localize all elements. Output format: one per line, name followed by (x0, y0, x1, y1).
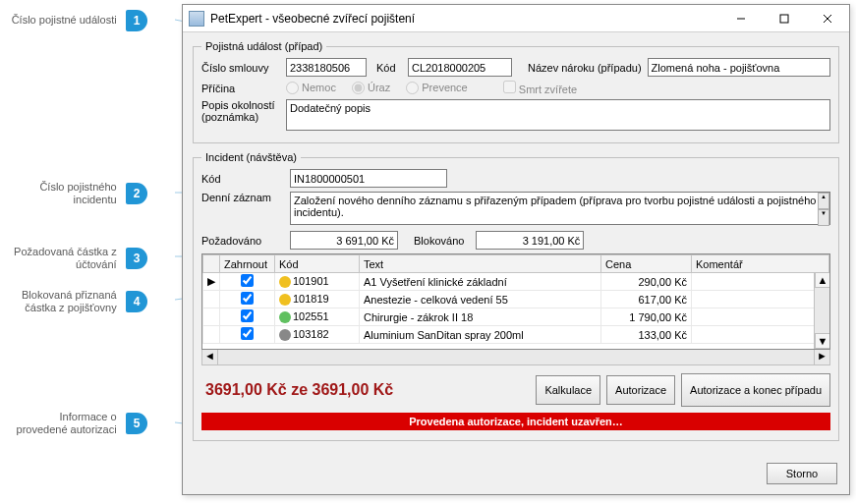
item-price: 133,00 Kč (601, 326, 692, 344)
incident-legend: Incident (návštěva) (201, 151, 301, 163)
item-text: Aluminium SanDitan spray 200ml (360, 326, 601, 344)
row-indicator (203, 308, 220, 326)
item-comment (692, 326, 829, 344)
item-price: 290,00 Kč (601, 273, 692, 291)
status-bar: Provedena autorizace, incident uzavřen… (201, 413, 830, 430)
callout-1-text: Číslo pojistné události (12, 14, 117, 26)
cause-illness[interactable]: Nemoc (286, 82, 336, 95)
desc-textarea[interactable]: Dodatečný popis (286, 99, 830, 131)
window-title: PetExpert - všeobecné zvířecí pojištení (210, 12, 719, 26)
titlebar[interactable]: PetExpert - všeobecné zvířecí pojištení (183, 5, 849, 32)
incident-group: Incident (návštěva) Kód Denní záznam Zal… (193, 151, 839, 441)
item-comment (692, 273, 829, 291)
auth-button[interactable]: Autorizace (606, 375, 675, 405)
row-indicator: ▶ (203, 273, 220, 291)
callout-5: Informace o provedené autorizaci 5 (0, 411, 147, 436)
callout-3-text: Požadovaná částka z účtování (9, 246, 117, 271)
callout-5-num: 5 (126, 413, 147, 434)
callout-2-num: 2 (126, 183, 147, 204)
calc-button[interactable]: Kalkulace (536, 375, 600, 405)
callout-5-text: Informace o provedené autorizaci (9, 411, 117, 436)
item-code: 101819 (293, 293, 329, 305)
summary-amount: 3691,00 Kč ze 3691,00 Kč (201, 381, 530, 399)
include-checkbox[interactable] (241, 292, 254, 305)
daily-scroll[interactable]: ▲▼ (818, 193, 829, 226)
callout-1: Číslo pojistné události 1 (0, 10, 147, 31)
death-checkbox[interactable]: Smrt zvířete (503, 81, 577, 95)
svg-rect-6 (780, 15, 788, 23)
item-icon (279, 276, 291, 288)
item-price: 1 790,00 Kč (601, 308, 692, 326)
app-icon (189, 11, 204, 27)
scroll-right[interactable]: ► (814, 350, 829, 364)
item-icon (279, 311, 291, 323)
blocked-label: Blokováno (414, 235, 464, 247)
item-icon (279, 329, 291, 341)
table-row[interactable]: 101819Anestezie - celková vedení 55617,0… (203, 291, 829, 308)
row-indicator (203, 326, 220, 344)
app-window: PetExpert - všeobecné zvířecí pojištení … (182, 4, 850, 495)
include-checkbox[interactable] (241, 327, 254, 340)
contract-input[interactable] (286, 58, 367, 77)
cause-injury[interactable]: Úraz (352, 82, 390, 95)
item-price: 617,00 Kč (601, 291, 692, 308)
callout-3-num: 3 (126, 248, 147, 269)
items-table-wrap: Zahrnout Kód Text Cena Komentář ▶101901A… (201, 253, 830, 350)
item-comment (692, 308, 829, 326)
table-row[interactable]: 103182Aluminium SanDitan spray 200ml133,… (203, 326, 829, 344)
case-code-label: Kód (376, 62, 402, 74)
callout-4: Blokovaná přiznaná částka z pojišťovny 4 (0, 289, 147, 314)
item-comment (692, 291, 829, 308)
callout-1-num: 1 (126, 10, 147, 31)
v-scrollbar[interactable]: ▲▼ (814, 272, 829, 349)
col-comment[interactable]: Komentář (692, 255, 829, 273)
daily-textarea[interactable]: Založení nového denního záznamu s přiřaz… (290, 192, 830, 225)
blocked-input[interactable] (476, 231, 584, 250)
desc-label: Popis okolností (poznámka) (201, 99, 280, 123)
item-code: 101901 (293, 275, 329, 287)
include-checkbox[interactable] (241, 309, 254, 322)
contract-label: Číslo smlouvy (201, 62, 280, 74)
item-code: 103182 (293, 328, 329, 340)
case-group: Pojistná událost (případ) Číslo smlouvy … (193, 40, 839, 143)
col-price[interactable]: Cena (601, 255, 692, 273)
item-icon (279, 294, 291, 306)
row-indicator (203, 291, 220, 308)
item-text: Chirurgie - zákrok II 18 (360, 308, 601, 326)
requested-input[interactable] (290, 231, 398, 250)
maximize-button[interactable] (763, 5, 806, 32)
item-text: Anestezie - celková vedení 55 (360, 291, 601, 308)
cause-prevention[interactable]: Prevence (406, 82, 468, 95)
cause-label: Příčina (201, 83, 280, 94)
callout-4-num: 4 (126, 291, 147, 312)
minimize-button[interactable] (719, 5, 763, 32)
close-button[interactable] (806, 5, 849, 32)
col-text[interactable]: Text (360, 255, 601, 273)
incident-code-input[interactable] (290, 169, 447, 188)
item-code: 102551 (293, 310, 329, 322)
claim-label: Název nároku (případu) (528, 62, 642, 74)
case-code-input[interactable] (408, 58, 512, 77)
incident-code-label: Kód (201, 173, 284, 185)
case-legend: Pojistná událost (případ) (201, 40, 326, 52)
table-row[interactable]: 102551Chirurgie - zákrok II 181 790,00 K… (203, 308, 829, 326)
daily-label: Denní záznam (201, 192, 284, 203)
include-checkbox[interactable] (241, 274, 254, 287)
callout-2-text: Číslo pojistného incidentu (9, 181, 117, 206)
col-include[interactable]: Zahrnout (220, 255, 275, 273)
scroll-left[interactable]: ◄ (202, 350, 218, 364)
callout-3: Požadovaná částka z účtování 3 (0, 246, 147, 271)
requested-label: Požadováno (201, 235, 284, 247)
table-row[interactable]: ▶101901A1 Vyšetření klinické základní290… (203, 273, 829, 291)
items-table[interactable]: Zahrnout Kód Text Cena Komentář ▶101901A… (202, 254, 829, 344)
callout-4-text: Blokovaná přiznaná částka z pojišťovny (9, 289, 117, 314)
claim-input[interactable] (648, 58, 830, 77)
item-text: A1 Vyšetření klinické základní (360, 273, 601, 291)
col-code[interactable]: Kód (275, 255, 360, 273)
callout-2: Číslo pojistného incidentu 2 (0, 181, 147, 206)
auth-end-button[interactable]: Autorizace a konec případu (681, 373, 830, 407)
storno-button[interactable]: Storno (767, 463, 837, 484)
